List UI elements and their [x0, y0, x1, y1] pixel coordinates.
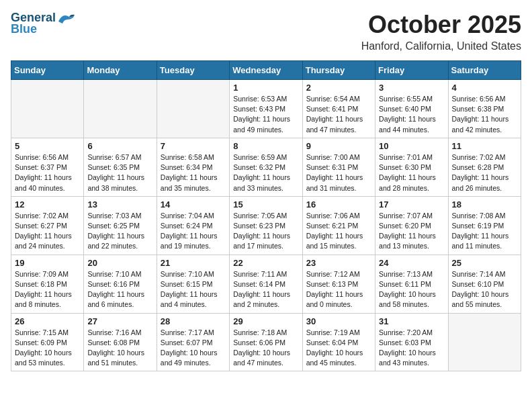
day-info: Sunrise: 7:06 AMSunset: 6:21 PMDaylight:…: [306, 211, 371, 252]
calendar-cell: 6Sunrise: 6:57 AMSunset: 6:35 PMDaylight…: [84, 138, 157, 196]
day-info: Sunrise: 6:59 AMSunset: 6:32 PMDaylight:…: [233, 152, 298, 193]
day-number: 29: [233, 316, 298, 326]
day-number: 9: [306, 141, 371, 151]
calendar-cell: 16Sunrise: 7:06 AMSunset: 6:21 PMDayligh…: [302, 196, 375, 255]
calendar-cell: 4Sunrise: 6:56 AMSunset: 6:38 PMDaylight…: [448, 80, 521, 138]
day-number: 20: [87, 258, 152, 268]
logo: General Blue: [11, 11, 76, 36]
day-number: 22: [233, 258, 298, 268]
calendar-cell: 3Sunrise: 6:55 AMSunset: 6:40 PMDaylight…: [375, 80, 448, 138]
day-info: Sunrise: 7:18 AMSunset: 6:06 PMDaylight:…: [233, 328, 298, 369]
day-info: Sunrise: 7:10 AMSunset: 6:15 PMDaylight:…: [161, 269, 226, 310]
day-number: 10: [379, 141, 444, 151]
calendar-cell: 26Sunrise: 7:15 AMSunset: 6:09 PMDayligh…: [11, 313, 84, 371]
calendar-cell: 13Sunrise: 7:03 AMSunset: 6:25 PMDayligh…: [84, 196, 157, 255]
weekday-header-monday: Monday: [84, 61, 157, 80]
day-number: 19: [15, 258, 80, 268]
calendar-cell: 27Sunrise: 7:16 AMSunset: 6:08 PMDayligh…: [84, 313, 157, 371]
day-number: 17: [379, 199, 444, 210]
calendar-cell: 14Sunrise: 7:04 AMSunset: 6:24 PMDayligh…: [157, 196, 229, 255]
day-info: Sunrise: 7:12 AMSunset: 6:13 PMDaylight:…: [306, 269, 371, 310]
calendar-cell: 1Sunrise: 6:53 AMSunset: 6:43 PMDaylight…: [230, 80, 302, 138]
day-info: Sunrise: 6:55 AMSunset: 6:40 PMDaylight:…: [379, 94, 444, 135]
day-number: 2: [306, 83, 371, 93]
day-number: 21: [161, 258, 226, 268]
day-number: 1: [233, 83, 298, 93]
day-info: Sunrise: 7:02 AMSunset: 6:28 PMDaylight:…: [452, 152, 517, 193]
day-info: Sunrise: 7:05 AMSunset: 6:23 PMDaylight:…: [233, 211, 298, 252]
day-number: 12: [15, 199, 80, 210]
calendar-cell: 25Sunrise: 7:14 AMSunset: 6:10 PMDayligh…: [448, 255, 521, 313]
day-info: Sunrise: 6:56 AMSunset: 6:38 PMDaylight:…: [452, 94, 517, 135]
day-info: Sunrise: 6:53 AMSunset: 6:43 PMDaylight:…: [233, 94, 298, 135]
calendar-cell: 7Sunrise: 6:58 AMSunset: 6:34 PMDaylight…: [157, 138, 229, 196]
day-number: 3: [379, 83, 444, 93]
weekday-header-sunday: Sunday: [11, 61, 84, 80]
day-number: 30: [306, 316, 371, 326]
day-number: 4: [452, 83, 517, 93]
calendar-cell: 8Sunrise: 6:59 AMSunset: 6:32 PMDaylight…: [230, 138, 302, 196]
calendar-cell: [157, 80, 229, 138]
day-info: Sunrise: 7:10 AMSunset: 6:16 PMDaylight:…: [87, 269, 152, 310]
logo-bird-icon: [57, 11, 76, 25]
day-info: Sunrise: 6:54 AMSunset: 6:41 PMDaylight:…: [306, 94, 371, 135]
day-info: Sunrise: 7:13 AMSunset: 6:11 PMDaylight:…: [379, 269, 444, 310]
calendar-cell: 11Sunrise: 7:02 AMSunset: 6:28 PMDayligh…: [448, 138, 521, 196]
weekday-header-tuesday: Tuesday: [157, 61, 229, 80]
day-info: Sunrise: 7:04 AMSunset: 6:24 PMDaylight:…: [161, 211, 226, 252]
day-number: 14: [161, 199, 226, 210]
day-number: 26: [15, 316, 80, 326]
calendar-cell: 5Sunrise: 6:56 AMSunset: 6:37 PMDaylight…: [11, 138, 84, 196]
day-info: Sunrise: 7:01 AMSunset: 6:30 PMDaylight:…: [379, 152, 444, 193]
calendar-week-row: 12Sunrise: 7:02 AMSunset: 6:27 PMDayligh…: [11, 196, 521, 255]
day-number: 28: [161, 316, 226, 326]
day-info: Sunrise: 7:02 AMSunset: 6:27 PMDaylight:…: [15, 211, 80, 252]
day-number: 23: [306, 258, 371, 268]
day-number: 15: [233, 199, 298, 210]
day-number: 11: [452, 141, 517, 151]
calendar-cell: 30Sunrise: 7:19 AMSunset: 6:04 PMDayligh…: [302, 313, 375, 371]
day-info: Sunrise: 7:19 AMSunset: 6:04 PMDaylight:…: [306, 328, 371, 369]
weekday-header-friday: Friday: [375, 61, 448, 80]
month-title: October 2025: [361, 11, 521, 39]
page-header: General Blue October 2025 Hanford, Calif…: [11, 11, 521, 52]
title-block: October 2025 Hanford, California, United…: [361, 11, 521, 52]
calendar-cell: 15Sunrise: 7:05 AMSunset: 6:23 PMDayligh…: [230, 196, 302, 255]
day-number: 24: [379, 258, 444, 268]
day-number: 5: [15, 141, 80, 151]
calendar-cell: 22Sunrise: 7:11 AMSunset: 6:14 PMDayligh…: [230, 255, 302, 313]
location-subtitle: Hanford, California, United States: [361, 40, 521, 52]
day-info: Sunrise: 6:56 AMSunset: 6:37 PMDaylight:…: [15, 152, 80, 193]
calendar-cell: 29Sunrise: 7:18 AMSunset: 6:06 PMDayligh…: [230, 313, 302, 371]
day-number: 27: [87, 316, 152, 326]
calendar-table: SundayMondayTuesdayWednesdayThursdayFrid…: [11, 60, 521, 371]
day-info: Sunrise: 7:20 AMSunset: 6:03 PMDaylight:…: [379, 328, 444, 369]
calendar-header-row: SundayMondayTuesdayWednesdayThursdayFrid…: [11, 61, 521, 80]
calendar-cell: 18Sunrise: 7:08 AMSunset: 6:19 PMDayligh…: [448, 196, 521, 255]
calendar-cell: 28Sunrise: 7:17 AMSunset: 6:07 PMDayligh…: [157, 313, 229, 371]
calendar-cell: [84, 80, 157, 138]
day-info: Sunrise: 7:09 AMSunset: 6:18 PMDaylight:…: [15, 269, 80, 310]
day-info: Sunrise: 6:58 AMSunset: 6:34 PMDaylight:…: [161, 152, 226, 193]
day-info: Sunrise: 7:03 AMSunset: 6:25 PMDaylight:…: [87, 211, 152, 252]
calendar-cell: [11, 80, 84, 138]
calendar-cell: 12Sunrise: 7:02 AMSunset: 6:27 PMDayligh…: [11, 196, 84, 255]
calendar-week-row: 26Sunrise: 7:15 AMSunset: 6:09 PMDayligh…: [11, 313, 521, 371]
day-number: 25: [452, 258, 517, 268]
day-number: 31: [379, 316, 444, 326]
calendar-cell: 23Sunrise: 7:12 AMSunset: 6:13 PMDayligh…: [302, 255, 375, 313]
day-info: Sunrise: 7:08 AMSunset: 6:19 PMDaylight:…: [452, 211, 517, 252]
day-number: 13: [87, 199, 152, 210]
calendar-week-row: 5Sunrise: 6:56 AMSunset: 6:37 PMDaylight…: [11, 138, 521, 196]
day-info: Sunrise: 7:14 AMSunset: 6:10 PMDaylight:…: [452, 269, 517, 310]
calendar-cell: 20Sunrise: 7:10 AMSunset: 6:16 PMDayligh…: [84, 255, 157, 313]
day-number: 8: [233, 141, 298, 151]
day-number: 7: [161, 141, 226, 151]
calendar-cell: 31Sunrise: 7:20 AMSunset: 6:03 PMDayligh…: [375, 313, 448, 371]
day-info: Sunrise: 7:07 AMSunset: 6:20 PMDaylight:…: [379, 211, 444, 252]
weekday-header-wednesday: Wednesday: [230, 61, 302, 80]
calendar-cell: 21Sunrise: 7:10 AMSunset: 6:15 PMDayligh…: [157, 255, 229, 313]
calendar-cell: 9Sunrise: 7:00 AMSunset: 6:31 PMDaylight…: [302, 138, 375, 196]
calendar-cell: 24Sunrise: 7:13 AMSunset: 6:11 PMDayligh…: [375, 255, 448, 313]
day-info: Sunrise: 6:57 AMSunset: 6:35 PMDaylight:…: [87, 152, 152, 193]
